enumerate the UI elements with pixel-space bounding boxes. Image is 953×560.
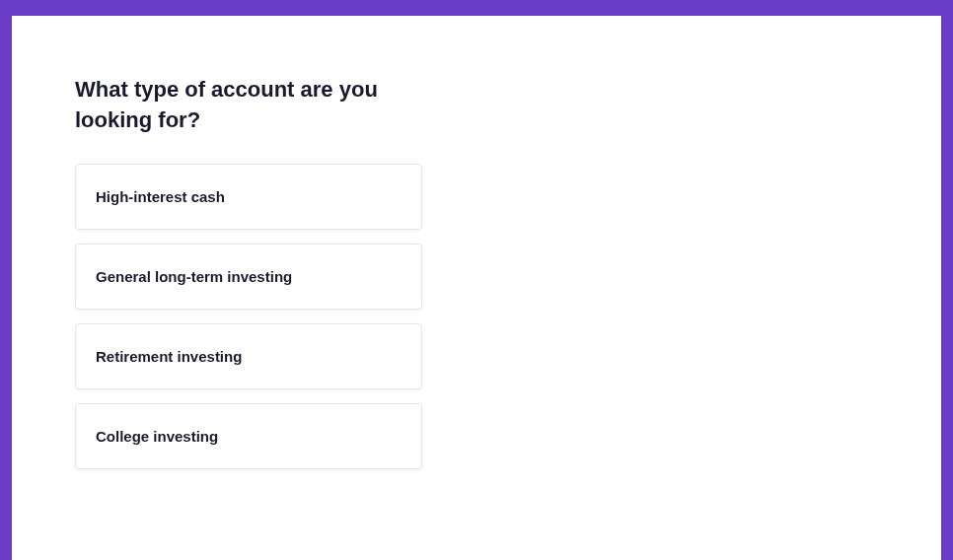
- option-college-investing[interactable]: College investing: [75, 403, 422, 469]
- option-retirement-investing[interactable]: Retirement investing: [75, 323, 422, 389]
- option-label: High-interest cash: [96, 188, 225, 205]
- option-general-long-term-investing[interactable]: General long-term investing: [75, 244, 422, 310]
- option-label: Retirement investing: [96, 348, 242, 365]
- option-label: College investing: [96, 428, 218, 445]
- option-high-interest-cash[interactable]: High-interest cash: [75, 164, 422, 230]
- form-card: What type of account are you looking for…: [12, 16, 941, 560]
- question-title: What type of account are you looking for…: [75, 75, 430, 136]
- option-list: High-interest cash General long-term inv…: [75, 164, 422, 469]
- option-label: General long-term investing: [96, 268, 292, 285]
- page-frame: What type of account are you looking for…: [0, 0, 953, 560]
